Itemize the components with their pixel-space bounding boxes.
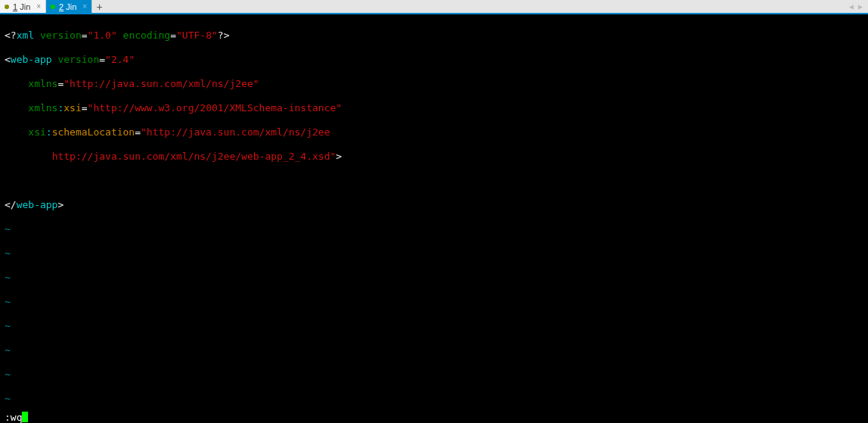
empty-line-marker: ~	[5, 223, 863, 235]
empty-line-marker: ~	[5, 344, 863, 356]
tab-modified-dot	[5, 5, 9, 9]
cursor	[22, 412, 28, 422]
code-line: <?xml version="1.0" encoding="UTF-8"?>	[5, 30, 863, 42]
tab-2[interactable]: 2 Jin ×	[46, 0, 92, 13]
tab-bar: 1 Jin × 2 Jin × + ◀ ▶	[0, 0, 868, 14]
code-line	[5, 175, 863, 187]
tab-modified-dot	[51, 5, 55, 9]
tab-label: 1 Jin	[13, 2, 30, 11]
code-line: <web-app version="2.4"	[5, 54, 863, 66]
editor-area[interactable]: <?xml version="1.0" encoding="UTF-8"?> <…	[0, 14, 868, 411]
command-text: :wq	[5, 412, 22, 423]
empty-line-marker: ~	[5, 320, 863, 332]
empty-line-marker: ~	[5, 393, 863, 405]
tab-label: 2 Jin	[59, 2, 76, 11]
empty-line-marker: ~	[5, 272, 863, 284]
code-line: http://java.sun.com/xml/ns/j2ee/web-app_…	[5, 151, 863, 163]
code-line: xsi:schemaLocation="http://java.sun.com/…	[5, 126, 863, 138]
nav-right-icon[interactable]: ▶	[856, 2, 865, 11]
close-icon[interactable]: ×	[82, 2, 87, 11]
nav-left-icon[interactable]: ◀	[847, 2, 856, 11]
empty-line-marker: ~	[5, 369, 863, 381]
tab-navigation: ◀ ▶	[847, 2, 868, 11]
empty-line-marker: ~	[5, 296, 863, 308]
close-icon[interactable]: ×	[36, 2, 41, 11]
code-line: xmlns="http://java.sun.com/xml/ns/j2ee"	[5, 78, 863, 90]
tab-1[interactable]: 1 Jin ×	[0, 0, 46, 13]
code-line: </web-app>	[5, 199, 863, 211]
command-line[interactable]: :wq	[0, 411, 868, 423]
empty-line-marker: ~	[5, 247, 863, 260]
new-tab-button[interactable]: +	[92, 1, 107, 13]
code-line: xmlns:xsi="http://www.w3.org/2001/XMLSch…	[5, 102, 863, 114]
